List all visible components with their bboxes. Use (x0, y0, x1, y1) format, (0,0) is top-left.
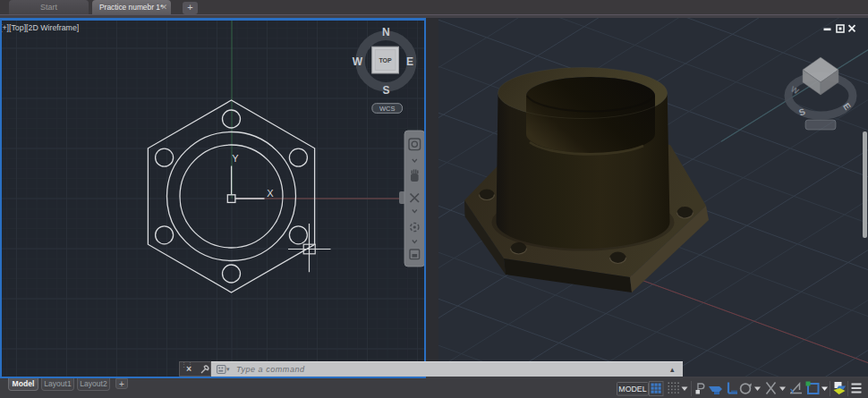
svg-text:N: N (382, 26, 390, 38)
svg-text:W: W (353, 55, 363, 68)
svg-text:Y: Y (232, 153, 239, 164)
svg-text:X: X (267, 188, 274, 199)
svg-text:E: E (406, 55, 413, 68)
svg-text:MODEL: MODEL (618, 385, 646, 394)
svg-text:S: S (382, 84, 389, 97)
svg-text:TOP: TOP (379, 57, 392, 64)
svg-text:[+][Top][2D Wireframe]: [+][Top][2D Wireframe] (0, 23, 79, 32)
svg-text:WCS: WCS (379, 105, 396, 113)
